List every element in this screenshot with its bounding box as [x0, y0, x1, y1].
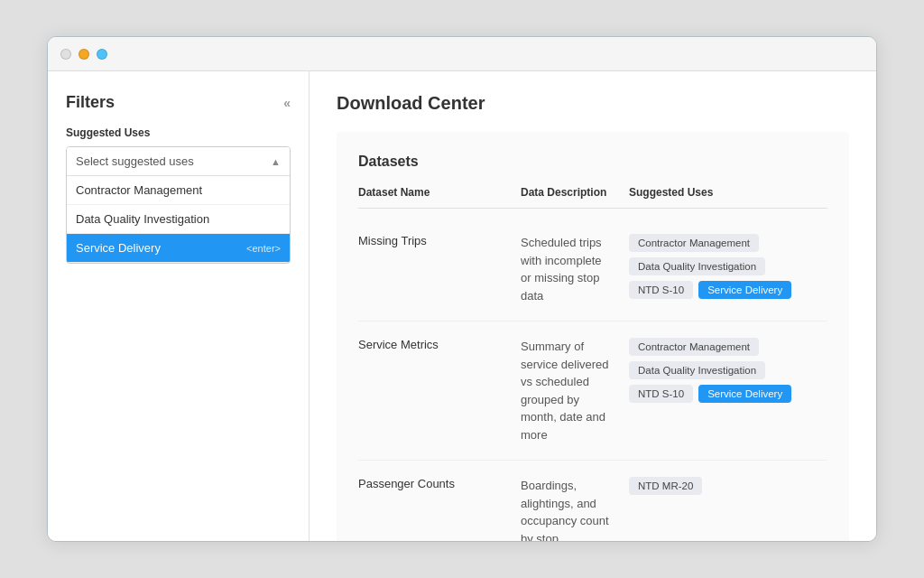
- dropdown-placeholder: Select suggested uses: [76, 154, 194, 168]
- dropdown-header[interactable]: Select suggested uses ▲: [67, 147, 290, 176]
- dataset-description: Boardings, alightings, and occupancy cou…: [521, 477, 629, 541]
- tag-service-delivery[interactable]: Service Delivery: [698, 385, 791, 403]
- option-label: Service Delivery: [76, 241, 161, 255]
- minimize-dot[interactable]: [79, 49, 89, 60]
- dataset-tags: Contractor Management Data Quality Inves…: [629, 234, 827, 299]
- sidebar-title-text: Filters: [66, 93, 115, 112]
- table-row: Missing Trips Scheduled trips with incom…: [358, 218, 827, 322]
- tag-ntdmr20: NTD MR-20: [629, 477, 702, 495]
- filter-group-label: Suggested Uses: [66, 126, 291, 139]
- app-window: Filters « Suggested Uses Select suggeste…: [47, 36, 877, 542]
- dataset-description: Scheduled trips with incomplete or missi…: [521, 234, 629, 304]
- content-area: Filters « Suggested Uses Select suggeste…: [48, 71, 876, 541]
- option-label: Contractor Management: [76, 183, 202, 197]
- table-header: Dataset Name Data Description Suggested …: [358, 186, 827, 209]
- suggested-uses-dropdown[interactable]: Select suggested uses ▲ Contractor Manag…: [66, 146, 291, 264]
- tag-dqi: Data Quality Investigation: [629, 361, 765, 379]
- maximize-dot[interactable]: [97, 49, 107, 60]
- dropdown-arrow-icon: ▲: [271, 156, 281, 167]
- titlebar: [48, 37, 876, 71]
- datasets-section: Datasets Dataset Name Data Description S…: [337, 132, 849, 541]
- dropdown-option-service[interactable]: Service Delivery <enter>: [67, 234, 290, 263]
- dropdown-option-contractor[interactable]: Contractor Management: [67, 176, 290, 205]
- datasets-heading: Datasets: [358, 154, 827, 170]
- col-header-uses: Suggested Uses: [629, 186, 827, 199]
- tag-dqi: Data Quality Investigation: [629, 257, 765, 275]
- tag-ntds10: NTD S-10: [629, 281, 693, 299]
- dataset-description: Summary of service delivered vs schedule…: [521, 338, 629, 443]
- table-row: Passenger Counts Boardings, alightings, …: [358, 461, 827, 541]
- dataset-tags: Contractor Management Data Quality Inves…: [629, 338, 827, 403]
- tag-service-delivery[interactable]: Service Delivery: [698, 281, 791, 299]
- table-row: Service Metrics Summary of service deliv…: [358, 322, 827, 461]
- page-title: Download Center: [337, 93, 849, 114]
- option-label: Data Quality Investigation: [76, 212, 209, 226]
- sidebar: Filters « Suggested Uses Select suggeste…: [48, 71, 310, 541]
- main-panel: Download Center Datasets Dataset Name Da…: [310, 71, 876, 541]
- tag-ntds10: NTD S-10: [629, 385, 693, 403]
- dropdown-option-dqi[interactable]: Data Quality Investigation: [67, 205, 290, 234]
- col-header-desc: Data Description: [521, 186, 629, 199]
- tag-contractor: Contractor Management: [629, 234, 759, 252]
- enter-hint: <enter>: [246, 243, 281, 254]
- col-header-name: Dataset Name: [358, 186, 521, 199]
- close-dot[interactable]: [60, 49, 71, 60]
- dataset-name: Missing Trips: [358, 234, 521, 247]
- dataset-tags: NTD MR-20: [629, 477, 827, 495]
- sidebar-title-bar: Filters «: [66, 93, 291, 112]
- dataset-name: Service Metrics: [358, 338, 521, 351]
- tag-contractor: Contractor Management: [629, 338, 759, 356]
- collapse-icon[interactable]: «: [283, 96, 291, 110]
- dataset-name: Passenger Counts: [358, 477, 521, 490]
